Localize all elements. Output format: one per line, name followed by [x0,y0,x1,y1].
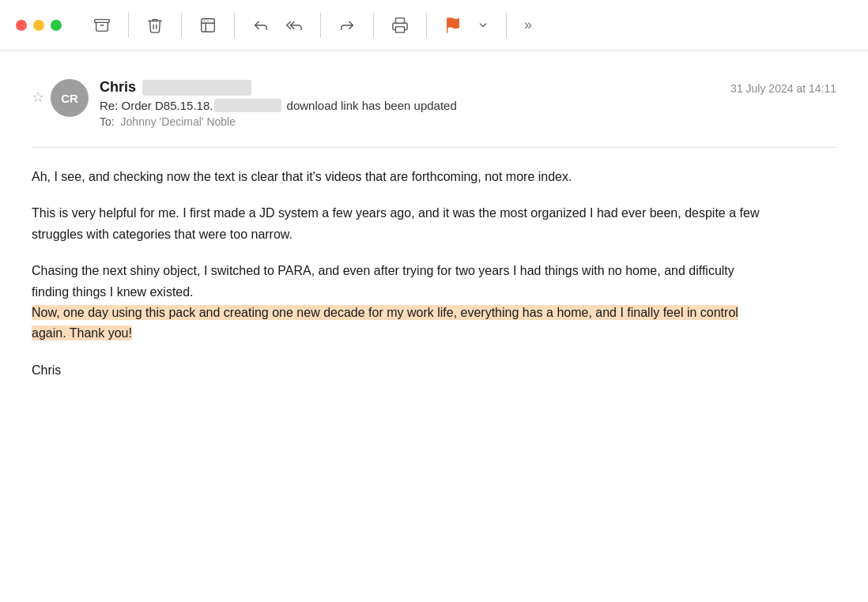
trash-button[interactable] [138,12,172,39]
flag-chevron-button[interactable] [470,15,496,36]
header-divider [32,147,836,148]
email-container: ☆ CR Chris Re: Order D85.15.18.xxxxxx do… [0,51,868,412]
archive-button[interactable] [85,12,119,39]
reply-all-button[interactable] [277,12,311,39]
email-to: To: Johnny 'Decimal' Noble [100,115,836,128]
print-button[interactable] [383,12,417,39]
more-button[interactable]: ›› [516,12,538,38]
email-body: Ah, I see, and checking now the text is … [32,167,775,381]
traffic-lights [16,20,62,31]
forward-button[interactable] [330,12,364,39]
maximize-button[interactable] [51,20,62,31]
divider-2 [181,13,182,38]
body-p3-highlight: Now, one day using this pack and creatin… [32,305,738,341]
svg-rect-4 [396,26,405,32]
body-paragraph-3: Chasing the next shiny object, I switche… [32,261,775,344]
junk-button[interactable] [191,12,225,39]
divider-6 [426,13,427,38]
body-paragraph-2: This is very helpful for me. I first mad… [32,203,775,245]
email-meta: Chris Re: Order D85.15.18.xxxxxx downloa… [100,79,836,128]
sender-name: Chris [100,79,136,96]
divider-4 [320,13,321,38]
flag-button[interactable] [436,12,470,39]
minimize-button[interactable] [33,20,44,31]
svg-rect-0 [95,19,109,22]
sender-email [142,80,251,96]
toolbar: ›› [0,0,868,51]
email-subject: Re: Order D85.15.18.xxxxxx download link… [100,99,836,112]
divider-1 [128,13,129,38]
avatar: CR [51,79,89,117]
close-button[interactable] [16,20,27,31]
divider-3 [234,13,235,38]
reply-button[interactable] [244,12,277,39]
email-recipient: Johnny 'Decimal' Noble [121,115,236,128]
body-paragraph-1: Ah, I see, and checking now the text is … [32,167,775,187]
divider-7 [506,13,507,38]
divider-5 [373,13,374,38]
body-p3-normal: Chasing the next shiny object, I switche… [32,264,734,298]
email-header: ☆ CR Chris Re: Order D85.15.18.xxxxxx do… [32,66,836,141]
star-button[interactable]: ☆ [32,85,51,109]
sender-row: Chris [100,79,836,96]
email-signature: Chris [32,360,775,381]
email-date: 31 July 2024 at 14:11 [730,82,836,95]
